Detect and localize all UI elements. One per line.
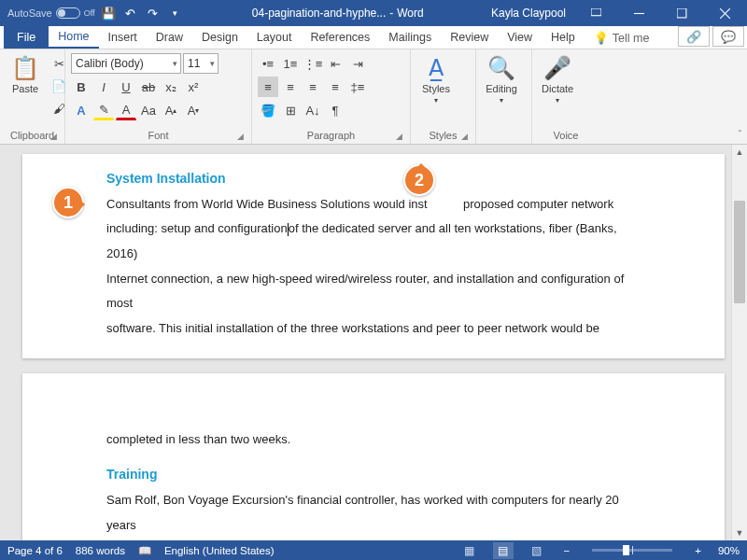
shrink-font-button[interactable]: A▾ [183, 100, 204, 120]
save-icon[interactable]: 💾 [99, 4, 118, 22]
italic-button[interactable]: I [93, 77, 114, 97]
group-editing: 🔍Editing▾ [476, 49, 532, 144]
align-center-button[interactable]: ≡ [280, 77, 301, 97]
paragraph-launcher-icon[interactable]: ◢ [396, 132, 402, 141]
increase-indent-button[interactable]: ⇥ [347, 53, 368, 74]
tab-home[interactable]: Home [49, 26, 98, 49]
line-spacing-button[interactable]: ‡≡ [347, 77, 368, 97]
clipboard-group-label: Clipboard [10, 130, 54, 141]
zoom-slider[interactable] [592, 549, 672, 552]
title-bar: AutoSave Off 💾 ↶ ↷ ▾ 04-pagination-and-h… [0, 0, 747, 26]
text-effects-button[interactable]: A [71, 100, 92, 120]
decrease-indent-button[interactable]: ⇤ [325, 53, 345, 74]
tell-me-search[interactable]: 💡 Tell me [585, 27, 659, 49]
align-left-button[interactable]: ≡ [258, 77, 278, 97]
bullets-button[interactable]: •≡ [258, 53, 278, 74]
superscript-button[interactable]: x² [183, 77, 204, 97]
font-launcher-icon[interactable]: ◢ [237, 132, 244, 141]
align-right-button[interactable]: ≡ [303, 77, 323, 97]
strikethrough-button[interactable]: ab [138, 77, 159, 97]
clipboard-launcher-icon[interactable]: ◢ [50, 132, 57, 141]
change-case-button[interactable]: Aa [138, 100, 159, 120]
body-text: software. This initial installation of t… [106, 316, 641, 342]
tab-references[interactable]: References [301, 26, 379, 49]
tab-view[interactable]: View [498, 26, 542, 49]
scroll-up-icon[interactable]: ▲ [732, 145, 747, 160]
redo-icon[interactable]: ↷ [144, 4, 162, 22]
page-upper[interactable]: System Installation Consultants from Wor… [22, 154, 725, 358]
zoom-in-button[interactable]: + [691, 545, 705, 556]
font-size-selector[interactable]: 11 [183, 53, 218, 74]
undo-icon[interactable]: ↶ [121, 4, 140, 22]
zoom-handle[interactable] [623, 545, 629, 555]
scroll-down-icon[interactable]: ▼ [732, 525, 747, 540]
multilevel-list-button[interactable]: ⋮≡ [303, 53, 323, 74]
user-name[interactable]: Kayla Claypool [491, 7, 566, 20]
group-clipboard: 📋 Paste ✂ 📄 🖌 Clipboard◢ [0, 49, 65, 144]
borders-button[interactable]: ⊞ [280, 100, 301, 120]
tab-review[interactable]: Review [441, 26, 498, 49]
group-styles: A̲Styles▾ Styles◢ [411, 49, 476, 144]
bold-button[interactable]: B [71, 77, 92, 97]
dictate-label: Dictate [542, 83, 573, 94]
share-button[interactable]: 🔗 [678, 26, 710, 47]
tab-mailings[interactable]: Mailings [379, 26, 441, 49]
tell-me-label: Tell me [613, 32, 650, 45]
autosave-toggle[interactable]: AutoSave Off [7, 7, 95, 19]
page-lower[interactable]: completed in less than two weeks. Traini… [22, 373, 725, 540]
justify-button[interactable]: ≡ [325, 77, 345, 97]
page-indicator[interactable]: Page 4 of 6 [7, 545, 63, 556]
styles-button[interactable]: A̲Styles▾ [416, 53, 456, 106]
zoom-level[interactable]: 90% [718, 545, 740, 556]
font-name-selector[interactable]: Calibri (Body) [71, 53, 181, 74]
voice-group-label: Voice [554, 130, 579, 141]
document-title: 04-pagination-and-hyphe... [252, 7, 386, 20]
scroll-thumb[interactable] [734, 201, 745, 303]
qat-customize-icon[interactable]: ▾ [166, 4, 185, 22]
styles-launcher-icon[interactable]: ◢ [461, 132, 468, 141]
show-marks-button[interactable]: ¶ [325, 100, 345, 120]
paragraph-group-label: Paragraph [307, 130, 355, 141]
highlight-button[interactable]: ✎ [93, 100, 114, 120]
tab-insert[interactable]: Insert [99, 26, 147, 49]
word-count[interactable]: 886 words [76, 545, 125, 556]
tab-help[interactable]: Help [542, 26, 585, 49]
body-text: Consultants from World Wide Business Sol… [106, 192, 641, 217]
body-text: including: setup and configurationof the… [106, 217, 641, 266]
read-mode-icon[interactable]: ▦ [459, 542, 480, 559]
file-tab[interactable]: File [4, 26, 49, 49]
minimize-button[interactable] [618, 0, 659, 26]
sort-button[interactable]: A↓ [303, 100, 323, 120]
numbering-button[interactable]: 1≡ [280, 53, 301, 74]
tab-draw[interactable]: Draw [147, 26, 192, 49]
grow-font-button[interactable]: A▴ [161, 100, 181, 120]
group-paragraph: •≡ 1≡ ⋮≡ ⇤ ⇥ ≡ ≡ ≡ ≡ ‡≡ 🪣 ⊞ A↓ ¶ Paragra… [252, 49, 411, 144]
language-indicator[interactable]: English (United States) [164, 545, 275, 556]
svg-rect-0 [591, 8, 601, 16]
collapse-ribbon-icon[interactable]: ˆ [739, 130, 741, 140]
underline-button[interactable]: U [116, 77, 136, 97]
close-button[interactable] [704, 0, 745, 26]
font-color-button[interactable]: A [116, 100, 136, 120]
maximize-button[interactable] [661, 0, 702, 26]
font-size-value: 11 [188, 57, 200, 70]
shading-button[interactable]: 🪣 [258, 100, 278, 120]
tab-design[interactable]: Design [192, 26, 247, 49]
web-layout-icon[interactable]: ▧ [527, 542, 547, 559]
app-name: Word [397, 7, 423, 20]
styles-icon: A̲ [429, 55, 444, 81]
ribbon-display-icon[interactable] [575, 0, 616, 26]
dictate-button[interactable]: 🎤Dictate▾ [538, 53, 577, 106]
subscript-button[interactable]: x₂ [161, 77, 181, 97]
zoom-out-button[interactable]: − [560, 545, 574, 556]
autosave-switch-icon [56, 7, 80, 19]
spellcheck-icon[interactable]: 📖 [138, 544, 151, 557]
comments-button[interactable]: 💬 [712, 26, 744, 47]
vertical-scrollbar[interactable]: ▲ ▼ [731, 145, 747, 540]
paste-button[interactable]: 📋 Paste [6, 53, 45, 96]
svg-rect-2 [677, 8, 686, 18]
document-area: System Installation Consultants from Wor… [0, 145, 747, 540]
editing-button[interactable]: 🔍Editing▾ [482, 53, 521, 106]
print-layout-icon[interactable]: ▤ [493, 542, 514, 559]
tab-layout[interactable]: Layout [247, 26, 302, 49]
